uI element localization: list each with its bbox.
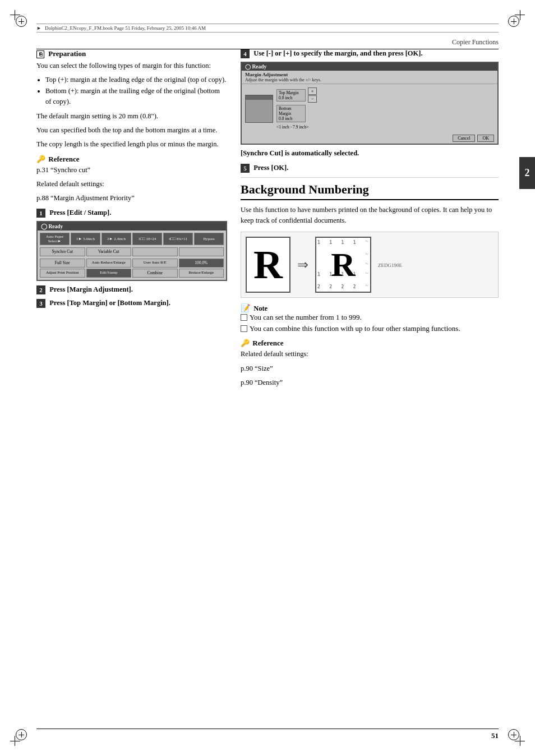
reg-mark-br — [508, 729, 519, 740]
margin-screen-body: Top Margin 0.8 inch + − Bottom — [242, 84, 497, 133]
left-column: ⎘ Preparation You can select the followi… — [36, 49, 227, 393]
step2-num: 2 — [36, 285, 45, 294]
chapter-tab: 2 — [519, 157, 535, 189]
cell-auto-paper: Auto Paper Select► — [40, 233, 70, 245]
margin-range: <1 inch - 7.9 inch> — [276, 125, 494, 130]
step1-block: 1 Press [Edit / Stamp]. ◯ Ready Auto Pap… — [36, 209, 227, 281]
cell-3: 3□□ 18×24 — [132, 233, 162, 245]
prep-body1: You can select the following types of ma… — [36, 61, 227, 71]
ref-line2: Related default settings: — [36, 179, 227, 190]
ref-right-line2: p.90 “Size” — [241, 363, 499, 374]
note-icon: 📝 — [241, 304, 250, 312]
top-minus-btn[interactable]: − — [308, 95, 317, 103]
header-title: Copier Functions — [452, 38, 499, 47]
reference-title-right: 🔑 Reference — [241, 339, 499, 348]
screen-row3: Adjust Print Position Edit/Stamp Combine… — [38, 269, 226, 280]
margin-screen-footer: Cancel OK — [242, 133, 497, 144]
top-margin-label: Top Margin 0.8 inch — [276, 89, 306, 102]
screen-grid: Auto Paper Select► 1► 5.6inch 2► 2.4inch… — [38, 231, 226, 247]
file-info-text: DolphinC2_ENcopy_F_FM.book Page 51 Frida… — [45, 25, 206, 31]
step1-num: 1 — [36, 209, 45, 218]
margin-screen-header: ◯ Ready — [242, 63, 497, 71]
reference-title-left: 🔑 Reference — [36, 155, 227, 164]
bg-numbering-title: Background Numbering — [241, 182, 499, 200]
note-title: 📝 Note — [241, 303, 499, 313]
prep-body3: You can specified both the top and the b… — [36, 125, 227, 136]
note-item-2: You can combine this function with up to… — [241, 324, 499, 333]
screen-row2: Full Size Auto Reduce/Enlarge User Auto … — [38, 259, 226, 269]
cell-autore: Auto Reduce/Enlarge — [86, 259, 132, 268]
cell-1: 1► 5.6inch — [71, 233, 100, 245]
prep-body2: The default margin setting is 20 mm (0.8… — [36, 111, 227, 122]
chapter-number: 2 — [525, 167, 530, 178]
cell-percent: 100.0% — [179, 259, 224, 268]
bg-numbering-body: Use this function to have numbers printe… — [241, 205, 499, 227]
ok-btn[interactable]: OK — [477, 135, 494, 142]
page-header: Copier Functions — [36, 38, 499, 49]
reg-mark-bl — [16, 729, 27, 740]
cell-4: 4□□ 8¼×11 — [163, 233, 193, 245]
arrow-right-icon: ⇒ — [297, 257, 308, 273]
step2-label: 2 Press [Margin Adjustment]. — [36, 285, 227, 294]
page-footer: 51 — [36, 729, 499, 740]
step3-num: 3 — [36, 299, 45, 308]
cell-editstamp: Edit/Stamp — [86, 269, 132, 278]
screen-ready-label: ◯ Ready — [38, 222, 226, 231]
preparation-icon: ⎘ — [36, 50, 44, 58]
step5-block: 5 Press [OK]. — [241, 164, 499, 173]
step3-label: 3 Press [Top Margin] or [Bottom Margin]. — [36, 299, 227, 308]
step2-block: 2 Press [Margin Adjustment]. — [36, 285, 227, 294]
margin-screen-title: Margin Adjustment Adjust the margin widt… — [242, 71, 497, 84]
num-row-1: 1111 2 — [317, 240, 369, 245]
cell-bypass: Bypass — [194, 233, 224, 245]
key-icon: 🔑 — [36, 155, 45, 164]
num-row-5: 2222 2 — [317, 284, 369, 289]
cell-fullsize: Full Size — [40, 259, 85, 268]
right-column: 4 Use [-] or [+] to specify the margin, … — [241, 49, 499, 393]
section-divider — [241, 177, 499, 178]
note-checkbox-1 — [241, 314, 247, 321]
bottom-margin-field: Bottom Margin 0.8 inch — [276, 105, 494, 122]
file-info: ► DolphinC2_ENcopy_F_FM.book Page 51 Fri… — [36, 24, 499, 33]
reference-section-right: 🔑 Reference Related default settings: p.… — [241, 339, 499, 388]
top-plus-btn[interactable]: + — [308, 87, 317, 95]
bottom-margin-label: Bottom Margin 0.8 inch — [276, 105, 306, 122]
top-margin-field: Top Margin 0.8 inch + − — [276, 87, 494, 103]
prep-bullet1: Top (+): margin at the leading edge of t… — [45, 75, 227, 85]
cell-2: 2► 2.4inch — [102, 233, 131, 245]
margin-controls: Top Margin 0.8 inch + − Bottom — [276, 87, 494, 130]
step4-block: 4 Use [-] or [+] to specify the margin, … — [241, 49, 499, 159]
letter-box-plain: R — [246, 237, 290, 293]
letter-box-numbered: R 1111 2 2 2 — [315, 237, 371, 293]
reg-mark-tr — [508, 16, 519, 27]
bg-illustration: R ⇒ R 1111 2 2 — [241, 232, 499, 298]
margin-preview — [245, 95, 273, 123]
prep-bullets: Top (+): margin at the leading edge of t… — [45, 75, 227, 107]
screen-row1: Synchro Cut Variable Cut — [38, 247, 226, 259]
ref-right-line1: Related default settings: — [241, 349, 499, 359]
ref-line3: p.88 “Margin Adjustment Priority” — [36, 193, 227, 204]
prep-body4: The copy length is the specified length … — [36, 139, 227, 150]
margin-screen: ◯ Ready Margin Adjustment Adjust the mar… — [241, 62, 499, 145]
cell-userauto: User Auto R/E — [132, 259, 178, 268]
cell-variable: Variable Cut — [86, 247, 132, 256]
top-margin-pm: + − — [308, 87, 317, 103]
synchro-cut-note: [Synchro Cut] is automatically selected. — [241, 148, 499, 159]
key-icon-right: 🔑 — [241, 339, 250, 348]
step5-label: 5 Press [OK]. — [241, 164, 499, 173]
main-content: ⎘ Preparation You can select the followi… — [36, 49, 499, 722]
cell-reduce: Reduce/Enlarge — [179, 269, 224, 278]
page-number: 51 — [491, 731, 499, 740]
edit-stamp-screen: ◯ Ready Auto Paper Select► 1► 5.6inch 2►… — [36, 221, 227, 281]
step4-label: 4 Use [-] or [+] to specify the margin, … — [241, 49, 499, 58]
preparation-section: ⎘ Preparation You can select the followi… — [36, 49, 227, 150]
note-section: 📝 Note You can set the number from 1 to … — [241, 303, 499, 333]
cell-combine: Combine — [132, 269, 178, 278]
reg-mark-tl — [16, 16, 27, 27]
cancel-btn[interactable]: Cancel — [453, 135, 475, 142]
illustration-caption: ZEDG190E — [378, 262, 402, 268]
reference-section-left: 🔑 Reference p.31 “Synchro cut” Related d… — [36, 155, 227, 204]
step1-label: 1 Press [Edit / Stamp]. — [36, 209, 227, 218]
cell-synchro: Synchro Cut — [40, 247, 85, 256]
two-column-layout: ⎘ Preparation You can select the followi… — [36, 49, 499, 393]
